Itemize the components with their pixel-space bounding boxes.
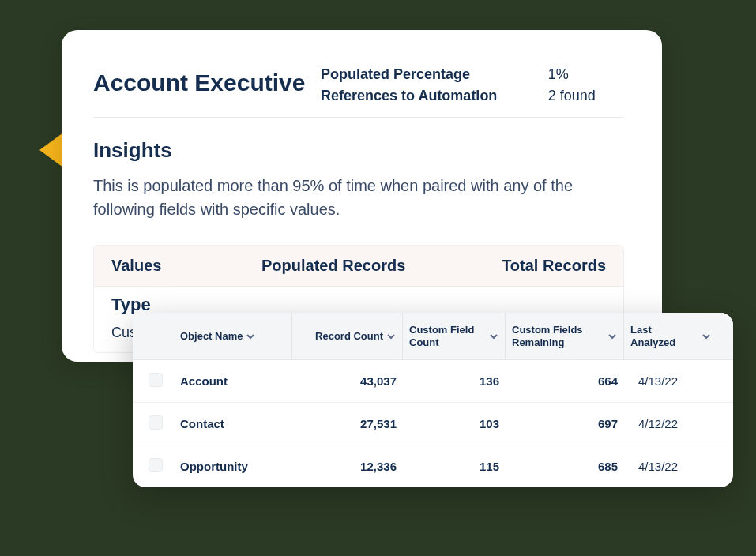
chevron-down-icon (607, 332, 617, 341)
custom-field-count-header[interactable]: Custom Field Count (403, 313, 506, 359)
populated-percentage-value: 1% (548, 66, 624, 83)
custom-field-count-cell: 103 (403, 417, 506, 430)
custom-fields-remaining-cell: 697 (506, 417, 624, 430)
populated-percentage-label: Populated Percentage (321, 66, 526, 83)
last-analyzed-header-label: Last Analyzed (630, 324, 698, 348)
chevron-down-icon (246, 332, 255, 341)
total-records-column-header: Total Records (464, 257, 606, 275)
row-checkbox[interactable] (149, 373, 163, 387)
custom-fields-remaining-cell: 685 (506, 460, 624, 473)
insights-heading: Insights (93, 138, 624, 163)
custom-field-count-header-label: Custom Field Count (409, 324, 486, 348)
values-header-row: Values Populated Records Total Records (94, 246, 623, 286)
object-name-header[interactable]: Object Name (174, 313, 292, 359)
custom-fields-remaining-header[interactable]: Custom Fields Remaining (506, 313, 624, 359)
object-name-cell: Account (174, 374, 292, 388)
chevron-down-icon (489, 332, 498, 341)
table-row[interactable]: Contact27,5311036974/12/22 (133, 403, 733, 445)
table-row[interactable]: Account43,0371366644/13/22 (133, 360, 733, 403)
record-count-header[interactable]: Record Count (292, 313, 403, 359)
record-count-cell: 12,336 (292, 460, 403, 473)
chevron-down-icon (386, 332, 396, 341)
record-count-cell: 27,531 (292, 417, 403, 430)
objects-table-header: Object Name Record Count Custom Field Co… (133, 313, 733, 360)
last-analyzed-header[interactable]: Last Analyzed (624, 313, 717, 359)
custom-field-count-cell: 115 (403, 460, 506, 473)
meta-grid: Populated Percentage 1% References to Au… (314, 62, 624, 104)
last-analyzed-cell: 4/13/22 (624, 374, 717, 388)
insights-card: Account Executive Populated Percentage 1… (62, 30, 662, 362)
custom-fields-remaining-header-label: Custom Fields Remaining (512, 324, 604, 348)
last-analyzed-cell: 4/12/22 (624, 417, 717, 430)
select-all-column (142, 313, 174, 359)
last-analyzed-cell: 4/13/22 (624, 460, 717, 473)
row-checkbox[interactable] (149, 415, 163, 430)
row-checkbox[interactable] (149, 458, 163, 472)
object-name-cell: Opportunity (174, 460, 292, 473)
references-automation-value: 2 found (548, 88, 624, 104)
references-automation-label: References to Automation (321, 88, 526, 104)
object-name-cell: Contact (174, 417, 292, 430)
custom-fields-remaining-cell: 664 (506, 374, 624, 388)
pointer-triangle-icon (39, 133, 63, 167)
record-count-cell: 43,037 (292, 374, 403, 388)
populated-records-column-header: Populated Records (261, 257, 464, 275)
insights-header: Account Executive Populated Percentage 1… (93, 62, 624, 118)
table-row[interactable]: Opportunity12,3361156854/13/22 (133, 445, 733, 487)
objects-table-card: Object Name Record Count Custom Field Co… (133, 313, 733, 487)
record-count-header-label: Record Count (315, 330, 383, 343)
insights-description: This is populated more than 95% of time … (93, 174, 599, 221)
custom-field-count-cell: 136 (403, 374, 506, 388)
values-column-header: Values (111, 257, 261, 275)
chevron-down-icon (701, 332, 711, 341)
object-name-header-label: Object Name (180, 330, 243, 343)
page-title: Account Executive (93, 62, 314, 96)
objects-table-body: Account43,0371366644/13/22Contact27,5311… (133, 360, 733, 487)
